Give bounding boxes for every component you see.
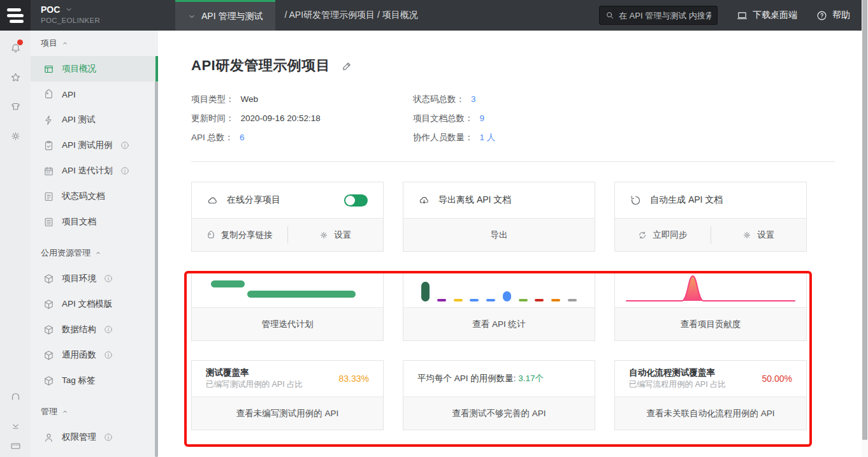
sidebar-item-data-structure[interactable]: 数据结构 bbox=[31, 317, 158, 342]
api-stat-bar bbox=[535, 299, 544, 301]
sidebar-item-permission-management[interactable]: 权限管理 bbox=[31, 424, 158, 450]
auto-doc-settings-button[interactable]: 设置 bbox=[711, 219, 807, 251]
stat-title: 测试覆盖率 bbox=[206, 367, 303, 378]
main-content: API研发管理示例项目 项目类型：Web 状态码总数：3 更新时间：2020-0… bbox=[158, 31, 862, 457]
cube-icon bbox=[43, 324, 54, 335]
field-label: API 总数： bbox=[191, 132, 233, 143]
workspace-button[interactable] bbox=[0, 92, 31, 121]
help-label: 帮助 bbox=[832, 10, 850, 21]
search-box[interactable] bbox=[599, 6, 718, 25]
search-input[interactable] bbox=[619, 11, 711, 20]
dashboard-icon bbox=[43, 64, 54, 75]
status-code-count-link[interactable]: 3 bbox=[471, 94, 476, 104]
view-api-stats-button[interactable]: 查看 API 统计 bbox=[403, 308, 595, 340]
document-icon bbox=[43, 217, 54, 228]
search-icon bbox=[605, 11, 614, 20]
api-stat-bar bbox=[437, 299, 446, 301]
shirt-icon bbox=[10, 101, 21, 112]
sidebar-item-label: 通用函数 bbox=[62, 349, 96, 361]
workspace-name: POC bbox=[41, 4, 60, 15]
support-button[interactable] bbox=[0, 382, 31, 411]
workspace-subtitle: POC_EOLINKER bbox=[41, 17, 158, 24]
share-settings-label: 设置 bbox=[334, 229, 351, 241]
sidebar-group-admin[interactable]: 管理 bbox=[31, 399, 158, 424]
sidebar-item-project-environment[interactable]: 项目环境 bbox=[31, 266, 158, 291]
api-stats-chart bbox=[403, 272, 595, 307]
page-scrollbar-thumb[interactable] bbox=[862, 0, 867, 440]
page-title: API研发管理示例项目 bbox=[191, 56, 330, 75]
api-stat-bar bbox=[503, 291, 511, 301]
sidebar-group-shared-resources[interactable]: 公用资源管理 bbox=[31, 240, 158, 266]
download-desktop-button[interactable]: 下载桌面端 bbox=[737, 10, 797, 21]
field-value: 2020-09-16 20:52:18 bbox=[241, 113, 321, 123]
sidebar-item-api[interactable]: API bbox=[31, 82, 158, 107]
sidebar-item-api-iteration-plan[interactable]: API 迭代计划 bbox=[31, 158, 158, 184]
sidebar-item-label: Tag 标签 bbox=[62, 375, 96, 386]
share-settings-button[interactable]: 设置 bbox=[288, 219, 384, 251]
view-contribution-button[interactable]: 查看项目贡献度 bbox=[615, 308, 806, 340]
sidebar-item-common-functions[interactable]: 通用函数 bbox=[31, 342, 158, 368]
sidebar-item-api-doc-template[interactable]: API 文档模版 bbox=[31, 291, 158, 317]
shortcuts-button[interactable] bbox=[0, 440, 31, 453]
automation-coverage-value: 50.00% bbox=[762, 374, 792, 384]
gear-icon bbox=[10, 131, 21, 141]
headphones-icon bbox=[10, 391, 21, 402]
copy-share-link-button[interactable]: 复制分享链接 bbox=[192, 219, 287, 251]
field-value: Web bbox=[241, 94, 259, 104]
view-unlinked-automation-apis-button[interactable]: 查看未关联自动化流程用例的 API bbox=[615, 397, 806, 430]
card-online-share: 在线分享项目 复制分享链接 设置 bbox=[191, 182, 384, 252]
help-button[interactable]: 帮助 bbox=[816, 10, 850, 21]
share-toggle[interactable] bbox=[344, 194, 368, 207]
export-button[interactable]: 导出 bbox=[403, 219, 595, 251]
sidebar-item-status-code-doc[interactable]: 状态码文档 bbox=[31, 184, 158, 209]
app-logo[interactable] bbox=[0, 0, 31, 31]
api-stat-bar bbox=[470, 299, 479, 301]
left-icon-rail bbox=[0, 0, 31, 457]
edit-title-button[interactable] bbox=[342, 61, 352, 71]
view-incomplete-test-apis-button[interactable]: 查看测试不够完善的 API bbox=[403, 397, 595, 430]
tab-api-management[interactable]: API 管理与测试 bbox=[175, 0, 275, 31]
view-apis-without-test-cases-button[interactable]: 查看未编写测试用例的 API bbox=[192, 397, 383, 430]
cube-icon bbox=[43, 350, 54, 361]
card-automation-coverage: 自动化流程测试覆盖率 已编写流程用例的 API 占比 50.00% 查看未关联自… bbox=[614, 360, 807, 430]
sidebar-item-project-overview[interactable]: 项目概况 bbox=[31, 56, 158, 82]
info-icon bbox=[104, 274, 113, 283]
collapse-button[interactable] bbox=[0, 411, 31, 440]
sidebar-item-api-test[interactable]: API 测试 bbox=[31, 107, 158, 133]
history-icon bbox=[630, 195, 641, 206]
sidebar-item-label: API 测试 bbox=[62, 114, 96, 126]
manage-iteration-plan-button[interactable]: 管理迭代计划 bbox=[192, 308, 383, 340]
api-stat-bar bbox=[551, 299, 560, 301]
api-count-link[interactable]: 6 bbox=[240, 133, 245, 142]
sidebar-item-label: 数据结构 bbox=[62, 324, 96, 335]
tag-icon bbox=[206, 231, 215, 240]
notifications-button[interactable] bbox=[0, 33, 31, 62]
api-stat-bar bbox=[519, 299, 528, 301]
info-icon bbox=[104, 351, 113, 359]
lightning-icon bbox=[43, 115, 54, 126]
chevron-up-icon bbox=[62, 409, 68, 415]
contribution-chart bbox=[615, 272, 806, 307]
sidebar-item-api-test-cases[interactable]: API 测试用例 bbox=[31, 133, 158, 158]
rail-settings-button[interactable] bbox=[0, 121, 31, 150]
download-desktop-label: 下载桌面端 bbox=[753, 10, 797, 21]
sync-now-button[interactable]: 立即同步 bbox=[615, 219, 711, 251]
sidebar-item-label: API 文档模版 bbox=[62, 298, 113, 310]
stat-subtitle: 已编写流程用例的 API 占比 bbox=[629, 379, 726, 390]
members-count-link[interactable]: 1 人 bbox=[480, 132, 496, 143]
star-icon bbox=[10, 72, 21, 83]
sidebar-group-project[interactable]: 项目 bbox=[31, 31, 158, 56]
calendar-icon bbox=[43, 166, 54, 177]
project-doc-count-link[interactable]: 9 bbox=[480, 113, 485, 123]
sync-now-label: 立即同步 bbox=[653, 229, 687, 241]
sidebar-scrollbar[interactable] bbox=[155, 82, 158, 457]
workspace-switcher[interactable]: POC POC_EOLINKER bbox=[31, 0, 158, 31]
iteration-gantt-chart bbox=[192, 272, 383, 307]
sidebar-item-project-doc[interactable]: 项目文档 bbox=[31, 209, 158, 235]
field-label: 协作人员数量： bbox=[413, 132, 474, 143]
cloud-download-icon bbox=[419, 195, 430, 206]
page-scrollbar[interactable] bbox=[862, 0, 868, 457]
favorites-button[interactable] bbox=[0, 62, 31, 92]
auto-doc-settings-label: 设置 bbox=[757, 229, 774, 241]
sidebar-item-tags[interactable]: Tag 标签 bbox=[31, 368, 158, 393]
